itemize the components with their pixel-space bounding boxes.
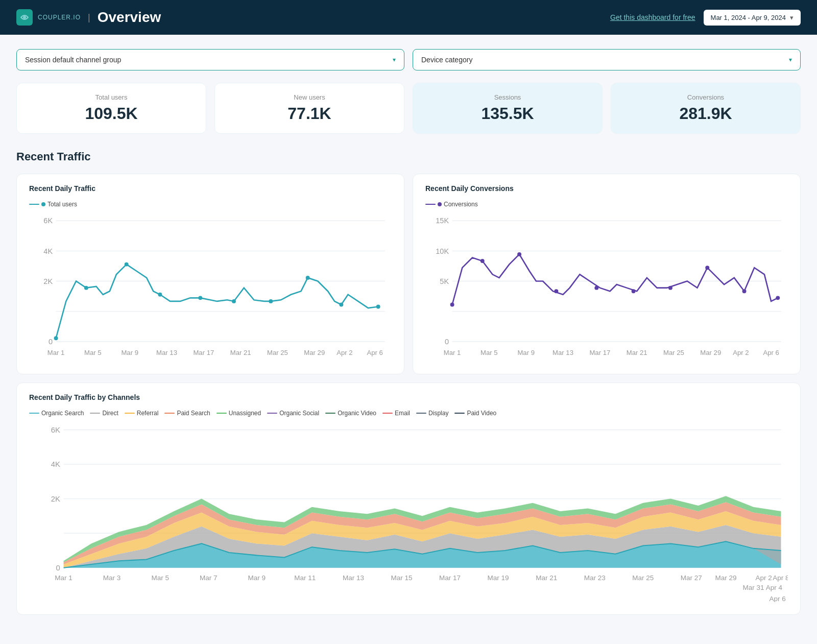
svg-text:0: 0 bbox=[56, 564, 60, 572]
svg-text:Mar 29: Mar 29 bbox=[304, 349, 325, 356]
stat-cards: Total users 109.5K New users 77.1K Sessi… bbox=[16, 83, 801, 134]
svg-text:Apr 4: Apr 4 bbox=[766, 584, 783, 591]
traffic-by-channels-chart-card: Recent Daily Traffic by Channels Organic… bbox=[16, 383, 801, 615]
total-users-legend-label: Total users bbox=[47, 201, 77, 208]
conversions-legend-dot bbox=[438, 202, 442, 206]
svg-point-25 bbox=[232, 299, 236, 303]
svg-text:Mar 11: Mar 11 bbox=[294, 574, 316, 582]
svg-point-53 bbox=[594, 286, 598, 290]
legend-paid-video: Paid Video bbox=[454, 410, 496, 417]
svg-text:2K: 2K bbox=[43, 277, 53, 285]
svg-text:Mar 25: Mar 25 bbox=[663, 349, 684, 356]
svg-point-22 bbox=[125, 263, 129, 267]
daily-conversions-title: Recent Daily Conversions bbox=[425, 184, 788, 193]
svg-text:Mar 25: Mar 25 bbox=[267, 349, 288, 356]
svg-point-51 bbox=[517, 252, 521, 256]
daily-traffic-svg: 6K 4K 2K 0 Mar 1 Mar 5 Mar 9 Mar 13 Mar … bbox=[29, 214, 392, 362]
svg-point-24 bbox=[198, 296, 202, 300]
get-dashboard-link[interactable]: Get this dashboard for free bbox=[610, 13, 695, 21]
legend-email: Email bbox=[382, 410, 410, 417]
svg-text:Mar 21: Mar 21 bbox=[627, 349, 647, 356]
svg-text:5K: 5K bbox=[440, 277, 449, 285]
svg-text:Mar 21: Mar 21 bbox=[230, 349, 251, 356]
svg-text:Mar 17: Mar 17 bbox=[193, 349, 214, 356]
svg-point-58 bbox=[776, 296, 780, 300]
daily-conversions-chart-card: Recent Daily Conversions Conversions 15K… bbox=[413, 174, 801, 374]
stat-card-total-users: Total users 109.5K bbox=[16, 83, 206, 134]
device-category-filter[interactable]: Device category ▾ bbox=[413, 49, 801, 70]
svg-text:Mar 13: Mar 13 bbox=[156, 349, 177, 356]
conversions-legend-line bbox=[425, 204, 436, 205]
device-category-arrow-icon: ▾ bbox=[789, 56, 792, 63]
svg-point-57 bbox=[742, 289, 747, 293]
device-category-label: Device category bbox=[421, 56, 472, 64]
svg-text:Apr 6: Apr 6 bbox=[763, 349, 779, 356]
conversions-legend-label: Conversions bbox=[444, 201, 478, 208]
svg-text:2K: 2K bbox=[51, 495, 60, 503]
svg-text:Apr 8: Apr 8 bbox=[773, 574, 788, 582]
daily-conversions-legend: Conversions bbox=[425, 201, 788, 208]
total-users-legend-item: Total users bbox=[29, 201, 77, 208]
traffic-by-channels-title: Recent Daily Traffic by Channels bbox=[29, 393, 788, 401]
new-users-value: 77.1K bbox=[227, 104, 392, 123]
svg-text:4K: 4K bbox=[51, 461, 60, 469]
date-range-value: Mar 1, 2024 - Apr 9, 2024 bbox=[711, 14, 786, 21]
svg-point-27 bbox=[306, 276, 310, 280]
conversions-legend-item: Conversions bbox=[425, 201, 478, 208]
filter-row: Session default channel group ▾ Device c… bbox=[16, 49, 801, 70]
legend-organic-search: Organic Search bbox=[29, 410, 84, 417]
svg-text:Mar 5: Mar 5 bbox=[84, 349, 102, 356]
svg-text:Mar 17: Mar 17 bbox=[589, 349, 610, 356]
recent-traffic-title: Recent Traffic bbox=[16, 150, 801, 163]
new-users-label: New users bbox=[227, 93, 392, 101]
logo-text: COUPLER.IO bbox=[38, 14, 81, 21]
svg-text:Mar 25: Mar 25 bbox=[632, 574, 654, 582]
svg-text:Mar 9: Mar 9 bbox=[248, 574, 266, 582]
svg-text:Mar 1: Mar 1 bbox=[444, 349, 461, 356]
svg-text:Mar 5: Mar 5 bbox=[480, 349, 498, 356]
svg-text:Mar 15: Mar 15 bbox=[391, 574, 412, 582]
svg-text:Mar 23: Mar 23 bbox=[584, 574, 606, 582]
stat-card-sessions: Sessions 135.5K bbox=[413, 83, 603, 134]
sessions-label: Sessions bbox=[425, 93, 590, 101]
legend-organic-social: Organic Social bbox=[267, 410, 319, 417]
svg-text:6K: 6K bbox=[43, 217, 53, 225]
conversions-line bbox=[452, 254, 778, 305]
svg-point-55 bbox=[668, 286, 672, 290]
svg-text:Apr 2: Apr 2 bbox=[733, 349, 749, 356]
date-picker-arrow-icon: ▾ bbox=[790, 14, 794, 21]
logo-icon bbox=[16, 9, 33, 26]
svg-text:Apr 2: Apr 2 bbox=[337, 349, 352, 356]
total-users-value: 109.5K bbox=[29, 104, 194, 123]
date-range-picker[interactable]: Mar 1, 2024 - Apr 9, 2024 ▾ bbox=[704, 10, 801, 26]
svg-text:6K: 6K bbox=[51, 426, 60, 434]
total-users-label: Total users bbox=[29, 93, 194, 101]
svg-text:Mar 21: Mar 21 bbox=[536, 574, 557, 582]
conversions-label: Conversions bbox=[623, 93, 788, 101]
channel-group-label: Session default channel group bbox=[25, 56, 121, 64]
svg-point-56 bbox=[705, 266, 709, 270]
sessions-value: 135.5K bbox=[425, 104, 590, 123]
header: COUPLER.IO | Overview Get this dashboard… bbox=[0, 0, 817, 35]
legend-referral: Referral bbox=[125, 410, 159, 417]
legend-display: Display bbox=[416, 410, 448, 417]
legend-direct: Direct bbox=[90, 410, 118, 417]
svg-point-23 bbox=[158, 293, 162, 297]
svg-point-26 bbox=[269, 299, 273, 303]
conversions-value: 281.9K bbox=[623, 104, 788, 123]
svg-text:Mar 29: Mar 29 bbox=[715, 574, 736, 582]
svg-text:Mar 19: Mar 19 bbox=[488, 574, 509, 582]
main-content: Session default channel group ▾ Device c… bbox=[0, 35, 817, 629]
stat-card-new-users: New users 77.1K bbox=[214, 83, 404, 134]
svg-point-20 bbox=[54, 336, 58, 340]
svg-text:Mar 9: Mar 9 bbox=[121, 349, 138, 356]
svg-text:0: 0 bbox=[49, 338, 53, 346]
svg-point-0 bbox=[23, 16, 26, 19]
channel-group-filter[interactable]: Session default channel group ▾ bbox=[16, 49, 404, 70]
svg-text:Apr 6: Apr 6 bbox=[367, 349, 382, 356]
svg-point-29 bbox=[376, 304, 380, 308]
svg-text:Mar 27: Mar 27 bbox=[681, 574, 702, 582]
channel-group-arrow-icon: ▾ bbox=[393, 56, 396, 63]
svg-point-49 bbox=[450, 303, 454, 307]
svg-text:Mar 13: Mar 13 bbox=[343, 574, 364, 582]
